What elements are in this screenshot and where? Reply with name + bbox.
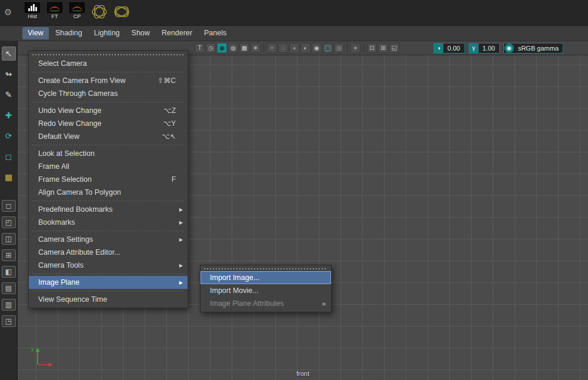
isolate-select-icon[interactable]: T xyxy=(195,43,205,53)
menu-separator xyxy=(29,229,188,232)
ao-icon[interactable]: ◐ xyxy=(300,43,310,53)
menu-item-predefined-bookmarks[interactable]: Predefined Bookmarks▶ xyxy=(29,203,188,216)
menu-item-look-at-selection[interactable]: Look at Selection xyxy=(29,147,188,160)
wireframe-sphere-icon[interactable]: ◷ xyxy=(206,43,216,53)
menu-item-label: Redo View Change xyxy=(38,119,152,128)
exposure-field[interactable]: ◑ 0.00 xyxy=(433,43,465,54)
toolbar-separator xyxy=(263,44,264,52)
layout-persp-ortho[interactable]: ◰ xyxy=(2,216,16,228)
menu-item-camera-settings[interactable]: Camera Settings▶ xyxy=(29,233,188,246)
toolbox: ↖↬✎✚⟳◻▦ ◻◰◫⊞◧▤▥◳ xyxy=(0,41,18,380)
layout-graph-editor[interactable]: ▥ xyxy=(2,299,16,311)
current-tool[interactable]: ▦ xyxy=(2,170,16,184)
menu-item-frame-all[interactable]: Frame All xyxy=(29,160,188,173)
view-transform-value[interactable]: sRGB gamma xyxy=(514,45,563,52)
layout-four-view[interactable]: ⊞ xyxy=(2,249,16,261)
menu-item-label: Frame Selection xyxy=(38,175,161,184)
layout-custom[interactable]: ◳ xyxy=(2,315,16,327)
menu-item-select-camera[interactable]: Select Camera xyxy=(29,57,188,70)
menu-item-label: Camera Settings xyxy=(38,235,176,244)
tearoff-handle[interactable] xyxy=(204,266,328,271)
scale-tool[interactable]: ◻ xyxy=(2,149,16,164)
shelf: ⚙ Hist FT CP xyxy=(0,0,588,26)
pane-corner-icon[interactable]: ◱ xyxy=(389,43,399,53)
menu-panels[interactable]: Panels xyxy=(199,27,232,39)
menu-renderer[interactable]: Renderer xyxy=(156,27,198,39)
layout-single-pane[interactable]: ◻ xyxy=(2,200,16,212)
shelf-item-ft[interactable]: FT xyxy=(44,2,66,19)
object-select-icon[interactable]: ⌖ xyxy=(350,43,360,53)
default-lighting-icon[interactable]: ☀ xyxy=(267,43,277,53)
menu-view[interactable]: View xyxy=(22,27,49,39)
gamma-field[interactable]: γ 1.00 xyxy=(469,43,500,54)
shelf-item-label: FT xyxy=(52,14,58,19)
menu-item-label: Import Movie... xyxy=(210,286,319,295)
lasso-select-tool[interactable]: ↬ xyxy=(2,67,16,81)
exposure-value[interactable]: 0.00 xyxy=(443,45,464,52)
menu-item-camera-attribute-editor[interactable]: Camera Attribute Editor... xyxy=(29,246,188,259)
tool-list: ↖↬✎✚⟳◻▦ xyxy=(2,46,16,191)
motion-blur-icon[interactable]: ◉ xyxy=(312,43,322,53)
menu-item-cycle-through-cameras[interactable]: Cycle Through Cameras xyxy=(29,87,188,100)
menu-item-align-camera-to-polygon[interactable]: Align Camera To Polygon xyxy=(29,186,188,199)
shelf-item-poly-1[interactable] xyxy=(88,5,111,19)
rotate-tool[interactable]: ⟳ xyxy=(2,129,16,143)
view-transform-field[interactable]: ◉ sRGB gamma xyxy=(503,43,563,54)
shadows-icon[interactable]: ● xyxy=(289,43,299,53)
shelf-item-cp[interactable]: CP xyxy=(66,2,88,19)
toolbar-separator xyxy=(347,44,348,52)
layout-hypershade[interactable]: ▤ xyxy=(2,282,16,294)
menu-show[interactable]: Show xyxy=(126,27,155,39)
gamma-value[interactable]: 1.00 xyxy=(479,45,499,52)
view-menu-items: Select CameraCreate Camera From View⇧⌘CC… xyxy=(29,57,188,306)
x-axis-arrow xyxy=(49,363,53,367)
layout-pair-vertical[interactable]: ◫ xyxy=(2,233,16,245)
checker-sphere-icon[interactable]: ▩ xyxy=(239,43,249,53)
xray-icon[interactable]: ✳ xyxy=(250,43,260,53)
textured-sphere-icon[interactable]: ◍ xyxy=(228,43,238,53)
shaded-cube-icon[interactable]: ▣ xyxy=(217,43,227,53)
shelf-item-poly-2[interactable] xyxy=(111,5,133,19)
y-axis-label: y xyxy=(31,346,34,352)
menu-item-label: Cycle Through Cameras xyxy=(38,89,176,98)
menu-item-label: Undo View Change xyxy=(38,106,153,115)
menu-item-image-plane[interactable]: Image Plane▶ xyxy=(29,276,188,289)
isolate-view-icon[interactable]: ⊡ xyxy=(367,43,377,53)
menu-item-import-image[interactable]: Import Image... xyxy=(201,271,331,284)
layout-shortcut-list: ◻◰◫⊞◧▤▥◳ xyxy=(2,200,16,332)
menu-item-image-plane-attributes[interactable]: Image Plane Attributes▶ xyxy=(201,297,331,310)
menu-separator xyxy=(29,71,188,74)
menu-item-view-sequence-time[interactable]: View Sequence Time xyxy=(29,293,188,306)
tearoff-handle[interactable] xyxy=(32,52,184,56)
menu-separator xyxy=(29,101,188,104)
menu-item-camera-tools[interactable]: Camera Tools▶ xyxy=(29,259,188,272)
all-lights-icon[interactable]: ☼ xyxy=(278,43,288,53)
menu-item-import-movie[interactable]: Import Movie... xyxy=(201,284,331,297)
submenu-arrow-icon: ▶ xyxy=(176,220,183,225)
menu-shading[interactable]: Shading xyxy=(50,27,88,39)
histogram-icon xyxy=(25,2,40,13)
split-view-icon[interactable]: ⊞ xyxy=(378,43,388,53)
menu-item-create-camera-from-view[interactable]: Create Camera From View⇧⌘C xyxy=(29,74,188,87)
curve-icon xyxy=(47,2,62,13)
anti-alias-ring-icon[interactable]: ◯ xyxy=(323,43,333,53)
gear-icon[interactable]: ⚙ xyxy=(4,8,12,16)
menu-item-default-view[interactable]: Default View⌥↖ xyxy=(29,130,188,143)
viewport-toolbar-icons: T◷▣◍▩✳☀☼●◐◉◯▨⌖⊡⊞◱ xyxy=(194,43,400,53)
menu-item-bookmarks[interactable]: Bookmarks▶ xyxy=(29,216,188,229)
menu-item-frame-selection[interactable]: Frame SelectionF xyxy=(29,173,188,186)
menu-item-label: Look at Selection xyxy=(38,149,176,158)
menu-item-undo-view-change[interactable]: Undo View Change⌥Z xyxy=(29,104,188,117)
move-tool[interactable]: ✚ xyxy=(2,108,16,122)
select-tool[interactable]: ↖ xyxy=(2,46,16,61)
paint-select-tool[interactable]: ✎ xyxy=(2,88,16,102)
shelf-item-hist[interactable]: Hist xyxy=(21,2,44,19)
depth-peel-icon[interactable]: ▨ xyxy=(334,43,344,53)
menu-lighting[interactable]: Lighting xyxy=(89,27,125,39)
menu-item-redo-view-change[interactable]: Redo View Change⌥Y xyxy=(29,117,188,130)
viewport-camera-label: front xyxy=(18,370,588,377)
layout-persp-outliner[interactable]: ◧ xyxy=(2,266,16,278)
exposure-icon: ◑ xyxy=(434,44,443,53)
srgb-icon: ◉ xyxy=(505,44,514,53)
poly-sphere-icon xyxy=(91,5,108,19)
